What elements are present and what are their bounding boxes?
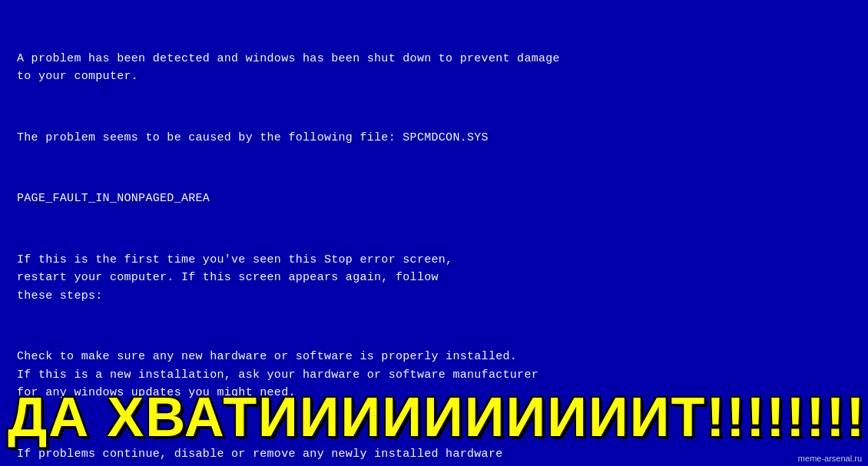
- bsod-screen: A problem has been detected and windows …: [0, 0, 868, 466]
- error-code: PAGE_FAULT_IN_NONPAGED_AREA: [17, 190, 851, 207]
- line-3: If this is the first time you've seen th…: [17, 251, 851, 305]
- line-1: A problem has been detected and windows …: [17, 50, 851, 86]
- watermark: meme-arsenal.ru: [798, 454, 862, 463]
- meme-text: ДА ХВАТИИИИИИИИИИТ!!!!!!!!: [8, 389, 860, 445]
- line-2: The problem seems to be caused by the fo…: [17, 129, 851, 147]
- line-5: If problems continue, disable or remove …: [17, 445, 851, 467]
